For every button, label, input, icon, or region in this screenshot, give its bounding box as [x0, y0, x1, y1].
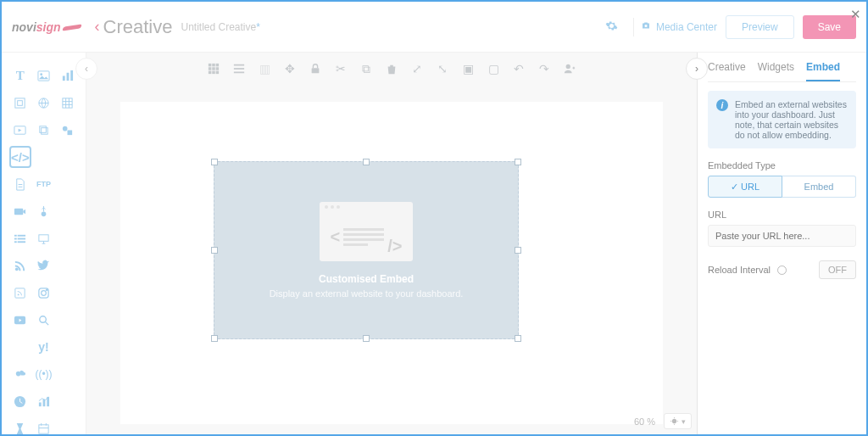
resize-handle[interactable]: [515, 335, 521, 342]
media-center-link[interactable]: Media Center: [641, 20, 717, 33]
reload-interval-label: Reload Interval: [708, 265, 771, 275]
clock-widget[interactable]: [9, 390, 31, 412]
resize-handle[interactable]: [363, 159, 370, 165]
weather-widget[interactable]: [9, 363, 31, 385]
move-icon[interactable]: ✥: [282, 61, 298, 76]
resize-handle[interactable]: [211, 335, 218, 342]
rss-widget[interactable]: [9, 254, 31, 277]
youtube-widget[interactable]: [9, 309, 31, 331]
svg-rect-1: [38, 70, 49, 80]
reload-interval-value[interactable]: OFF: [819, 260, 856, 279]
svg-point-32: [16, 371, 21, 376]
svg-rect-5: [70, 70, 73, 80]
svg-rect-34: [39, 402, 42, 406]
twitter-widget[interactable]: [32, 254, 54, 277]
calendar-widget[interactable]: [32, 417, 54, 436]
u-widget[interactable]: U: [9, 336, 31, 358]
wifi-widget[interactable]: ((•)): [32, 363, 54, 385]
tab-widgets[interactable]: Widgets: [758, 61, 794, 81]
grid-icon[interactable]: [206, 61, 221, 76]
svg-rect-11: [40, 126, 47, 132]
image-widget[interactable]: [32, 64, 54, 87]
list-widget[interactable]: [9, 227, 31, 249]
embedded-type-label: Embedded Type: [708, 160, 856, 170]
video-widget[interactable]: [9, 200, 31, 222]
resize-handle[interactable]: [363, 335, 370, 342]
svg-rect-23: [39, 234, 48, 241]
resize-handle[interactable]: [211, 159, 218, 165]
url-input[interactable]: [708, 225, 856, 247]
settings-gear-icon[interactable]: [605, 20, 618, 35]
layout-icon[interactable]: ▥: [257, 61, 272, 76]
list-icon[interactable]: [231, 61, 247, 76]
touch-widget[interactable]: [32, 200, 54, 222]
tab-creative[interactable]: Creative: [708, 61, 746, 81]
svg-rect-15: [14, 208, 23, 215]
brand-part1: novi: [12, 20, 36, 34]
table-widget[interactable]: [56, 92, 78, 114]
svg-rect-25: [15, 288, 25, 297]
svg-rect-46: [216, 71, 220, 75]
svg-rect-37: [39, 424, 48, 433]
svg-rect-42: [212, 67, 215, 70]
swoosh-icon: [63, 22, 81, 32]
svg-point-2: [40, 73, 42, 75]
redo-icon[interactable]: ↷: [537, 61, 552, 76]
close-icon[interactable]: ✕: [850, 7, 861, 22]
back-button[interactable]: ‹: [95, 18, 100, 36]
analytics-widget[interactable]: [32, 390, 54, 412]
svg-rect-35: [43, 399, 46, 405]
svg-rect-19: [14, 238, 17, 239]
document-title[interactable]: Untitled Creative: [181, 21, 259, 33]
y-widget[interactable]: y!: [32, 336, 54, 358]
timer-widget[interactable]: [9, 417, 31, 436]
media-center-label: Media Center: [656, 21, 717, 33]
resize-handle[interactable]: [515, 247, 521, 254]
expand-icon[interactable]: ⤢: [409, 61, 425, 76]
resize-handle[interactable]: [515, 159, 521, 165]
zoom-menu-button[interactable]: ▾: [664, 413, 692, 429]
ftp-widget[interactable]: FTP: [32, 173, 54, 195]
feed-widget[interactable]: [9, 282, 31, 304]
lock-icon[interactable]: [308, 61, 323, 76]
save-button[interactable]: Save: [803, 15, 856, 39]
bring-front-icon[interactable]: ▣: [460, 61, 476, 76]
tab-embed[interactable]: Embed: [806, 61, 840, 81]
instagram-widget[interactable]: [32, 282, 54, 304]
fit-icon[interactable]: ⤡: [435, 61, 450, 76]
inspector-panel: › Creative Widgets Embed i Embed an exte…: [697, 53, 866, 434]
svg-rect-47: [234, 64, 244, 66]
collapse-right-button[interactable]: ›: [686, 58, 708, 80]
type-embed-option[interactable]: Embed: [782, 176, 856, 198]
embed-widget-instance[interactable]: < /> Customised Embed Display an externa…: [214, 161, 519, 339]
doc-widget[interactable]: [9, 173, 31, 195]
reload-interval-radio[interactable]: [777, 266, 787, 275]
copy-icon[interactable]: ⧉: [359, 61, 374, 76]
code-embed-widget[interactable]: </>: [9, 146, 31, 168]
gallery-widget[interactable]: [32, 119, 54, 141]
frame-widget[interactable]: [9, 92, 31, 114]
user-icon[interactable]: [562, 61, 577, 76]
shapes-widget[interactable]: [56, 119, 78, 141]
widget-palette: ‹ T</>FTPUy!((•)): [2, 53, 86, 434]
globe-widget[interactable]: [32, 92, 54, 114]
collapse-left-button[interactable]: ‹: [75, 58, 97, 80]
type-url-option[interactable]: ✓ URL: [708, 176, 782, 198]
svg-rect-20: [18, 238, 25, 239]
svg-point-28: [42, 290, 47, 295]
svg-point-0: [644, 25, 647, 27]
svg-rect-12: [42, 127, 48, 134]
delete-icon[interactable]: [384, 61, 399, 76]
undo-icon[interactable]: ↶: [511, 61, 526, 76]
editor-canvas[interactable]: < /> Customised Embed Display an externa…: [120, 102, 663, 424]
text-widget[interactable]: T: [9, 64, 31, 87]
send-back-icon[interactable]: ▢: [486, 61, 501, 76]
search-widget[interactable]: [32, 309, 54, 331]
media-widget[interactable]: [9, 119, 31, 141]
preview-button[interactable]: Preview: [726, 15, 794, 39]
screen-widget[interactable]: [32, 227, 54, 249]
svg-rect-14: [67, 130, 72, 135]
info-icon: i: [716, 99, 728, 111]
resize-handle[interactable]: [211, 247, 218, 254]
cut-icon[interactable]: ✂: [333, 61, 348, 76]
